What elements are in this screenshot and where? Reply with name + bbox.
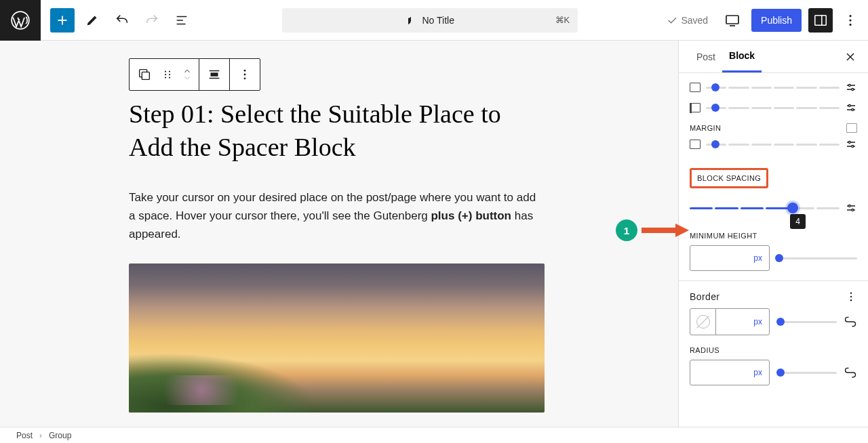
border-slider[interactable] [776, 318, 837, 326]
radius-input[interactable]: px [690, 360, 770, 385]
wordpress-logo[interactable] [0, 0, 41, 41]
document-title: No Title [422, 15, 454, 26]
side-toggle-icon[interactable] [846, 123, 857, 133]
margin-row [690, 138, 857, 150]
svg-point-19 [852, 89, 854, 91]
min-height-field[interactable] [690, 253, 738, 263]
filters-icon[interactable] [845, 138, 857, 150]
edit-mode-icon[interactable] [80, 8, 104, 33]
top-toolbar: No Title ⌘K Saved Publish [0, 0, 868, 41]
unlink-sides-icon[interactable] [844, 315, 857, 329]
breadcrumb: Post › Group [0, 427, 868, 443]
document-overview-icon[interactable] [170, 8, 194, 33]
editor-main: Step 01: Select the Suitable Place to Ad… [0, 41, 868, 427]
svg-point-13 [169, 77, 170, 78]
sidebar-toggle-button[interactable] [808, 8, 833, 33]
radius-row: px [690, 360, 857, 385]
breadcrumb-item[interactable]: Group [49, 431, 71, 440]
svg-point-22 [848, 142, 850, 144]
svg-point-10 [165, 77, 166, 78]
padding-row-1 [690, 81, 857, 93]
undo-icon[interactable] [110, 8, 134, 33]
slider-tooltip: 4 [790, 214, 806, 229]
block-toolbar [129, 58, 260, 91]
sidebar-tabs: Post Block [679, 41, 868, 73]
margin-label: MARGIN [690, 123, 857, 133]
publish-button[interactable]: Publish [751, 9, 802, 32]
filters-icon[interactable] [845, 102, 857, 114]
svg-point-15 [244, 70, 246, 72]
block-spacing-slider[interactable] [690, 203, 840, 213]
svg-point-11 [169, 70, 170, 72]
min-height-label: MINIMUM HEIGHT [690, 232, 857, 240]
border-row: px [690, 308, 857, 335]
breadcrumb-sep: › [39, 431, 42, 440]
svg-point-27 [850, 296, 852, 297]
radius-slider[interactable] [776, 368, 837, 377]
filters-icon[interactable] [845, 202, 857, 214]
kbd-hint: ⌘K [555, 15, 570, 25]
preview-icon[interactable] [720, 8, 745, 33]
filters-icon[interactable] [845, 81, 857, 93]
min-height-slider[interactable] [775, 254, 857, 262]
settings-sidebar: Post Block [678, 41, 868, 427]
close-sidebar-icon[interactable] [844, 50, 857, 64]
drag-handle-icon[interactable] [159, 66, 176, 83]
svg-point-25 [852, 209, 854, 211]
border-options-icon[interactable] [845, 291, 857, 303]
min-height-input[interactable]: px [690, 245, 770, 271]
block-spacing-label: BLOCK SPACING [690, 168, 768, 188]
slider[interactable] [706, 140, 840, 149]
block-spacing-row: 4 [690, 202, 857, 214]
redo-icon[interactable] [140, 8, 164, 33]
unit-label[interactable]: px [753, 253, 769, 263]
svg-rect-1 [726, 16, 738, 24]
unit-label[interactable]: px [753, 317, 769, 326]
hero-image[interactable] [129, 263, 545, 413]
options-menu-icon[interactable] [838, 8, 863, 33]
editor-canvas[interactable]: Step 01: Select the Suitable Place to Ad… [0, 41, 678, 427]
svg-point-28 [850, 299, 852, 301]
svg-point-8 [165, 70, 166, 72]
unlink-sides-icon[interactable] [844, 366, 857, 379]
tab-post[interactable]: Post [690, 41, 722, 72]
svg-point-3 [849, 15, 851, 17]
radius-label: RADIUS [690, 346, 857, 354]
side-icon[interactable] [690, 140, 701, 149]
svg-point-17 [244, 77, 246, 79]
svg-point-12 [169, 74, 170, 75]
svg-point-20 [848, 105, 850, 107]
paragraph[interactable]: Take your cursor on your desired place o… [129, 188, 542, 244]
side-icon[interactable] [690, 83, 701, 92]
breadcrumb-item[interactable]: Post [16, 431, 33, 440]
border-input[interactable]: px [690, 308, 770, 335]
para-bold: plus (+) button [431, 209, 511, 222]
padding-row-2 [690, 102, 857, 114]
document-title-button[interactable]: No Title ⌘K [282, 8, 578, 33]
svg-point-21 [852, 109, 854, 111]
radius-field[interactable] [690, 368, 738, 378]
svg-point-23 [852, 146, 854, 148]
svg-point-26 [850, 293, 852, 294]
side-icon[interactable] [690, 103, 701, 112]
svg-point-18 [848, 85, 850, 87]
svg-rect-7 [142, 72, 149, 79]
slider[interactable] [706, 103, 840, 112]
slider[interactable] [706, 83, 840, 92]
svg-rect-14 [211, 72, 218, 77]
group-block-icon[interactable] [136, 66, 153, 83]
svg-point-16 [244, 74, 246, 76]
add-block-button[interactable] [50, 8, 75, 33]
svg-point-24 [848, 205, 850, 207]
unit-label[interactable]: px [753, 368, 769, 377]
border-color-swatch[interactable] [690, 309, 716, 335]
align-icon[interactable] [206, 66, 222, 83]
page-heading[interactable]: Step 01: Select the Suitable Place to Ad… [129, 98, 542, 165]
svg-point-4 [849, 19, 851, 21]
title-bar: No Title ⌘K [194, 8, 666, 33]
block-options-icon[interactable] [237, 66, 253, 83]
tab-block[interactable]: Block [722, 41, 762, 72]
min-height-row: px [690, 245, 857, 271]
saved-indicator: Saved [666, 14, 708, 26]
move-up-down[interactable] [182, 68, 192, 81]
